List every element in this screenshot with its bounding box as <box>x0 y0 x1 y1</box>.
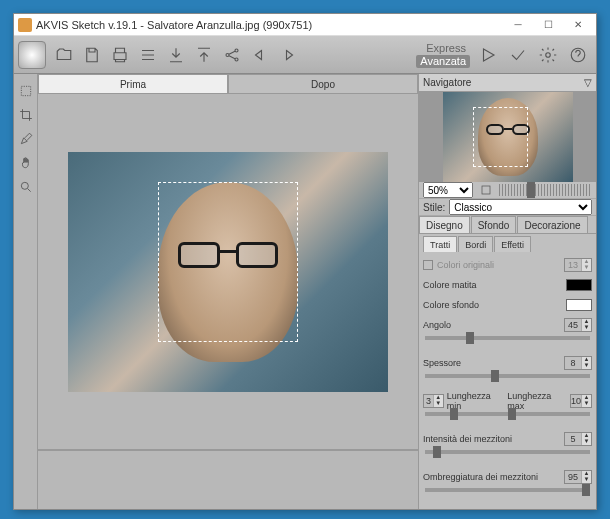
navigator-header: Navigatore ▽ <box>419 74 596 92</box>
row-original-colors: Colori originali 13▲▼ <box>423 256 592 274</box>
titlebar: AKVIS Sketch v.19.1 - Salvatore Aranzull… <box>14 14 596 36</box>
center-area: Prima Dopo <box>38 74 418 509</box>
row-midtone-intensity: Intensità dei mezzitoni 5▲▼ <box>423 430 592 448</box>
svg-point-3 <box>546 52 551 57</box>
row-thickness: Spessore 8▲▼ <box>423 354 592 372</box>
pencil-color-swatch[interactable] <box>566 279 592 291</box>
row-bg-color: Colore sfondo <box>423 296 592 314</box>
minimize-button[interactable]: ─ <box>504 16 532 34</box>
preview-area-tool[interactable] <box>15 80 37 102</box>
share-button[interactable] <box>219 42 245 68</box>
window-title: AKVIS Sketch v.19.1 - Salvatore Aranzull… <box>36 19 504 31</box>
midtone-hatching-label: Ombreggiatura dei mezzitoni <box>423 472 564 482</box>
navigator-viewport-box[interactable] <box>473 107 528 167</box>
hand-tool[interactable] <box>15 152 37 174</box>
panel-tabs: Disegno Sfondo Decorazione <box>419 216 596 234</box>
row-midtone-hatching: Ombreggiatura dei mezzitoni 95▲▼ <box>423 468 592 486</box>
left-toolbar <box>14 74 38 509</box>
original-colors-checkbox[interactable] <box>423 260 433 270</box>
zoom-slider-thumb[interactable] <box>527 182 535 198</box>
batch-button[interactable] <box>135 42 161 68</box>
app-window: AKVIS Sketch v.19.1 - Salvatore Aranzull… <box>13 13 597 510</box>
open-file-button[interactable] <box>51 42 77 68</box>
body-area: Prima Dopo Navigatore ▽ <box>14 74 596 509</box>
print-button[interactable] <box>107 42 133 68</box>
midtone-intensity-label: Intensità dei mezzitoni <box>423 434 564 444</box>
navigator-label: Navigatore <box>423 74 471 91</box>
style-row: Stile: Classico <box>419 199 596 216</box>
max-length-spinner[interactable]: 10▲▼ <box>570 394 592 408</box>
max-length-label: Lunghezza max <box>507 391 567 411</box>
midtone-intensity-spinner[interactable]: 5▲▼ <box>564 432 592 446</box>
brush-tool[interactable] <box>15 128 37 150</box>
canvas[interactable] <box>38 94 418 449</box>
tab-after[interactable]: Dopo <box>228 74 418 94</box>
navigator-preview[interactable] <box>419 92 596 182</box>
zoom-select[interactable]: 50% <box>423 182 473 198</box>
undo-button[interactable] <box>247 42 273 68</box>
save-file-button[interactable] <box>79 42 105 68</box>
subtab-edges[interactable]: Bordi <box>458 236 493 252</box>
collapse-icon[interactable]: ▽ <box>584 74 592 91</box>
min-length-spinner[interactable]: 3▲▼ <box>423 394 444 408</box>
main-toolbar: Express Avanzata <box>14 36 596 74</box>
thickness-spinner[interactable]: 8▲▼ <box>564 356 592 370</box>
thickness-slider[interactable] <box>425 374 590 378</box>
midtone-hatching-spinner[interactable]: 95▲▼ <box>564 470 592 484</box>
help-button[interactable] <box>565 42 591 68</box>
mode-express[interactable]: Express <box>416 42 470 55</box>
subtab-effects[interactable]: Effetti <box>494 236 531 252</box>
style-label: Stile: <box>423 202 445 213</box>
thumbnail-strip <box>38 449 418 509</box>
mode-switcher: Express Avanzata <box>416 42 474 68</box>
fit-button[interactable] <box>478 182 494 198</box>
app-icon <box>18 18 32 32</box>
midtone-hatching-slider[interactable] <box>425 488 590 492</box>
tab-decoration[interactable]: Decorazione <box>517 216 587 233</box>
close-button[interactable]: ✕ <box>564 16 592 34</box>
settings-button[interactable] <box>535 42 561 68</box>
param-area: Colori originali 13▲▼ Colore matita Colo… <box>419 252 596 509</box>
app-logo-icon <box>18 41 46 69</box>
redo-button[interactable] <box>275 42 301 68</box>
zoom-tool[interactable] <box>15 176 37 198</box>
svg-point-6 <box>21 182 28 189</box>
original-colors-spinner[interactable]: 13▲▼ <box>564 258 592 272</box>
preview-selection-box[interactable] <box>158 182 298 342</box>
style-select[interactable]: Classico <box>449 199 592 215</box>
navigator-image <box>443 92 573 182</box>
svg-rect-5 <box>21 86 30 95</box>
svg-rect-7 <box>482 186 490 194</box>
subtab-strokes[interactable]: Tratti <box>423 236 457 252</box>
view-tabs: Prima Dopo <box>38 74 418 94</box>
mode-advanced[interactable]: Avanzata <box>416 55 470 68</box>
export-button[interactable] <box>191 42 217 68</box>
crop-tool[interactable] <box>15 104 37 126</box>
angle-label: Angolo <box>423 320 564 330</box>
svg-point-1 <box>235 49 238 52</box>
midtone-intensity-slider[interactable] <box>425 450 590 454</box>
right-panel: Navigatore ▽ 50% <box>418 74 596 509</box>
length-slider[interactable] <box>425 412 590 416</box>
row-angle: Angolo 45▲▼ <box>423 316 592 334</box>
tab-before[interactable]: Prima <box>38 74 228 94</box>
svg-point-2 <box>235 58 238 61</box>
maximize-button[interactable]: ☐ <box>534 16 562 34</box>
row-pencil-color: Colore matita <box>423 276 592 294</box>
angle-slider[interactable] <box>425 336 590 340</box>
apply-button[interactable] <box>505 42 531 68</box>
tab-background[interactable]: Sfondo <box>471 216 517 233</box>
sub-tabs: Tratti Bordi Effetti <box>419 234 596 252</box>
svg-point-0 <box>226 53 229 56</box>
run-button[interactable] <box>475 42 501 68</box>
bg-color-swatch[interactable] <box>566 299 592 311</box>
zoom-slider[interactable] <box>499 184 592 196</box>
original-colors-label: Colori originali <box>437 260 564 270</box>
tab-drawing[interactable]: Disegno <box>419 216 470 233</box>
image-preview <box>68 152 388 392</box>
thickness-label: Spessore <box>423 358 564 368</box>
pencil-color-label: Colore matita <box>423 280 566 290</box>
zoom-row: 50% <box>419 182 596 199</box>
angle-spinner[interactable]: 45▲▼ <box>564 318 592 332</box>
import-button[interactable] <box>163 42 189 68</box>
